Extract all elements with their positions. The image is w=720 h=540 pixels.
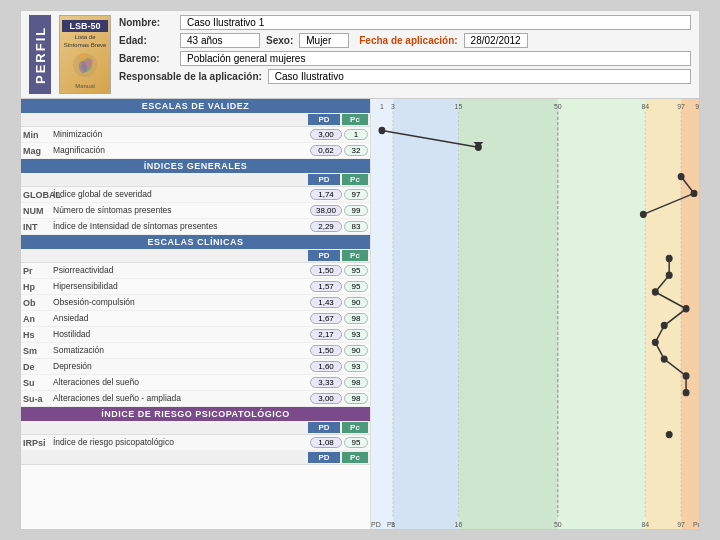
scale-abbr: NUM [23, 206, 53, 216]
edad-label: Edad: [119, 35, 174, 46]
riesgo-rows: IRPsi Índice de riesgo psicopatológico 1… [21, 435, 370, 451]
svg-rect-5 [371, 99, 393, 529]
scale-pd-value: 1,50 [310, 345, 342, 356]
generales-header: ÍNDICES GENERALES [21, 159, 370, 173]
validez-header: ESCALAS DE VALIDEZ [21, 99, 370, 113]
book-cover: LSB-50 Lista de Síntomas Breve Manual [59, 15, 111, 94]
svg-rect-9 [645, 99, 681, 529]
svg-text:50: 50 [554, 521, 562, 529]
scale-pc-value: 90 [344, 345, 368, 356]
table-row: Sm Somatización 1,50 90 [21, 343, 370, 359]
scale-pc-value: 32 [344, 145, 368, 156]
book-manual: Manual [75, 83, 95, 89]
scale-abbr: Hp [23, 282, 53, 292]
clinicas-col-headers: PD Pc [21, 249, 370, 263]
scale-pd-value: 1,74 [310, 189, 342, 200]
scale-pc-value: 93 [344, 361, 368, 372]
header: PERFIL LSB-50 Lista de Síntomas Breve Ma… [21, 11, 699, 99]
scale-abbr: Mag [23, 146, 53, 156]
svg-text:97: 97 [677, 521, 685, 529]
fecha-value: 28/02/2012 [464, 33, 528, 48]
scale-pd-value: 1,08 [310, 437, 342, 448]
scale-pc-value: 90 [344, 297, 368, 308]
svg-text:84: 84 [641, 103, 649, 111]
scale-abbr: Su [23, 378, 53, 388]
scale-abbr: GLOBAL [23, 190, 53, 200]
book-subtitle: Lista de Síntomas Breve [62, 34, 108, 48]
scale-pd-value: 2,29 [310, 221, 342, 232]
scale-pc-value: 95 [344, 437, 368, 448]
scale-abbr: De [23, 362, 53, 372]
scale-abbr: INT [23, 222, 53, 232]
table-row: NUM Número de síntomas presentes 38,00 9… [21, 203, 370, 219]
scale-pd-value: 1,60 [310, 361, 342, 372]
clinicas-rows: Pr Psiorreactividad 1,50 95 Hp Hipersens… [21, 263, 370, 407]
scale-name: Somatización [53, 345, 310, 355]
scale-pd-value: 2,17 [310, 329, 342, 340]
col-pd-c: PD [308, 250, 340, 261]
scale-pd-value: 38,00 [310, 205, 342, 216]
col-pd-v: PD [308, 114, 340, 125]
scale-name: Magnificación [53, 145, 310, 155]
svg-rect-6 [393, 99, 459, 529]
generales-col-headers: PD Pc [21, 173, 370, 187]
nombre-label: Nombre: [119, 17, 174, 28]
scale-pc-value: 97 [344, 189, 368, 200]
scale-abbr: Pr [23, 266, 53, 276]
scale-name: Hipersensibilidad [53, 281, 310, 291]
scale-pc-value: 98 [344, 313, 368, 324]
baremo-row: Baremo: Población general mujeres [119, 51, 691, 66]
scale-pd-value: 3,33 [310, 377, 342, 388]
scale-name: Alteraciones del sueño - ampliada [53, 393, 310, 403]
nombre-value: Caso Ilustrativo 1 [180, 15, 691, 30]
sexo-value: Mujer [299, 33, 349, 48]
svg-text:1: 1 [380, 103, 384, 111]
left-panel: ESCALAS DE VALIDEZ PD Pc Min Minimizació… [21, 99, 371, 529]
scale-pc-value: 95 [344, 265, 368, 276]
scale-name: Psiorreactividad [53, 265, 310, 275]
svg-text:99: 99 [695, 103, 699, 111]
riesgo-header: ÍNDICE DE RIESGO PSICOPATOLÓGICO [21, 407, 370, 421]
scale-pd-value: 1,67 [310, 313, 342, 324]
responsable-row: Responsable de la aplicación: Caso Ilust… [119, 69, 691, 84]
svg-text:Pc: Pc [693, 521, 699, 529]
book-title: LSB-50 [62, 20, 108, 32]
nombre-row: Nombre: Caso Ilustrativo 1 [119, 15, 691, 30]
table-row: Min Minimización 3,00 1 [21, 127, 370, 143]
scale-name: Depresión [53, 361, 310, 371]
scale-abbr: Sm [23, 346, 53, 356]
svg-text:97: 97 [677, 103, 685, 111]
scale-pc-value: 99 [344, 205, 368, 216]
svg-text:3: 3 [391, 103, 395, 111]
col-pc-r: Pc [342, 422, 368, 433]
scale-pd-value: 0,62 [310, 145, 342, 156]
clinicas-header: ESCALAS CLÍNICAS [21, 235, 370, 249]
col-pc-c: Pc [342, 250, 368, 261]
table-row: Hp Hipersensibilidad 1,57 95 [21, 279, 370, 295]
svg-text:PD: PD [371, 521, 381, 529]
edad-value: 43 años [180, 33, 260, 48]
svg-rect-8 [558, 99, 645, 529]
scale-name: Hostilidad [53, 329, 310, 339]
svg-text:3: 3 [391, 521, 395, 529]
edad-row: Edad: 43 años Sexo: Mujer Fecha de aplic… [119, 33, 691, 48]
svg-text:50: 50 [554, 103, 562, 111]
scale-pc-value: 1 [344, 129, 368, 140]
scale-pd-value: 1,50 [310, 265, 342, 276]
svg-text:84: 84 [641, 521, 649, 529]
scale-name: Índice de Intensidad de síntomas present… [53, 221, 310, 231]
bottom-pd: PD [308, 452, 340, 463]
responsable-label: Responsable de la aplicación: [119, 71, 262, 82]
table-row: Pr Psiorreactividad 1,50 95 [21, 263, 370, 279]
scale-pd-value: 1,43 [310, 297, 342, 308]
scale-name: Obsesión-compulsión [53, 297, 310, 307]
scale-abbr: Min [23, 130, 53, 140]
scale-name: Alteraciones del sueño [53, 377, 310, 387]
col-pc-g: Pc [342, 174, 368, 185]
fecha-label: Fecha de aplicación: [359, 35, 457, 46]
table-row: Mag Magnificación 0,62 32 [21, 143, 370, 159]
svg-text:15: 15 [455, 103, 463, 111]
table-row: De Depresión 1,60 93 [21, 359, 370, 375]
scale-abbr: Ob [23, 298, 53, 308]
scale-pc-value: 93 [344, 329, 368, 340]
